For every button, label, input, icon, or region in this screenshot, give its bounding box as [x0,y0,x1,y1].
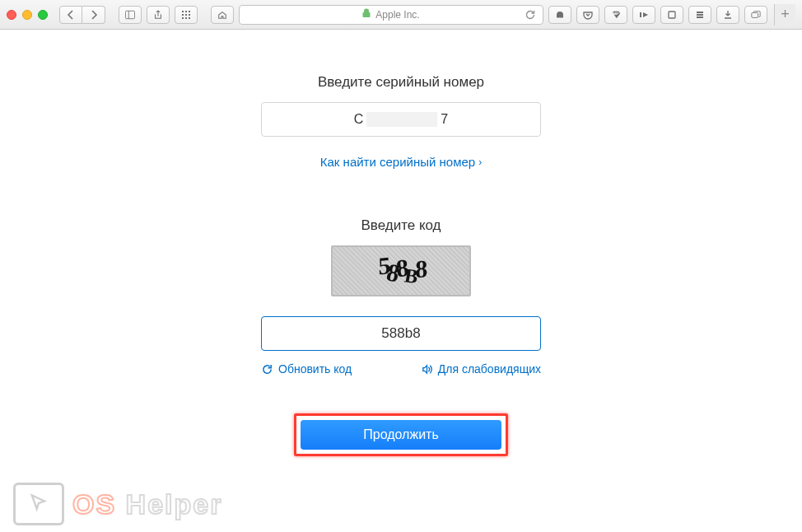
svg-rect-9 [185,17,187,19]
watermark-cursor-icon [13,483,64,525]
window-maximize-button[interactable] [38,10,48,20]
top-sites-button[interactable] [175,6,198,24]
share-icon [153,10,163,20]
svg-rect-2 [182,11,184,12]
pocket-icon [583,10,593,20]
share-button[interactable] [147,6,170,24]
chevron-left-icon [66,10,76,20]
refresh-icon [261,363,273,376]
ext-generic1-button[interactable] [660,6,683,24]
svg-text:ABP: ABP [613,12,619,16]
audio-icon [421,363,433,376]
sidebar-icon [125,10,135,20]
svg-rect-4 [189,11,190,12]
address-bar[interactable]: Apple Inc. [239,5,543,25]
svg-rect-10 [189,17,190,19]
svg-rect-8 [182,17,184,19]
window-minimize-button[interactable] [22,10,32,20]
home-button[interactable] [211,6,234,24]
find-serial-link[interactable]: Как найти серийный номер › [320,155,482,169]
lock-icon [362,8,371,21]
svg-rect-6 [185,14,187,16]
ext-play-button[interactable] [632,6,655,24]
serial-label: Введите серийный номер [179,74,623,91]
square-icon [667,10,677,20]
captcha-refresh-link[interactable]: Обновить код [261,362,352,376]
captcha-input[interactable] [261,316,541,351]
continue-highlight: Продолжить [294,413,508,456]
tabs-icon [751,10,761,20]
ghost-icon [555,10,565,20]
ext-ghostery-button[interactable] [548,6,571,24]
new-tab-button[interactable]: + [774,4,795,26]
svg-rect-7 [189,14,190,16]
chevron-right-icon: › [478,156,482,168]
grid-icon [181,10,191,20]
show-tabs-button[interactable] [744,6,767,24]
ext-pocket-button[interactable] [576,6,599,24]
reload-button[interactable] [525,9,536,23]
watermark-text-os: OS [72,488,116,520]
find-serial-link-label: Как найти серийный номер [320,155,475,169]
captcha-accessibility-link[interactable]: Для слабовидящих [421,362,541,376]
nav-forward-button[interactable] [82,6,105,24]
watermark: OS Helper [13,483,222,525]
svg-rect-3 [185,11,187,12]
svg-rect-5 [182,14,184,16]
serial-input[interactable] [261,102,541,137]
svg-rect-13 [669,12,675,18]
captcha-refresh-label: Обновить код [278,362,352,376]
page-content: Введите серийный номер C 7 Как найти сер… [0,30,802,532]
window-controls [7,10,48,20]
svg-rect-12 [640,12,641,17]
captcha-image: 588B8 [331,245,471,296]
stack-icon [695,10,705,20]
ext-abp-button[interactable]: ABP [604,6,627,24]
continue-button[interactable]: Продолжить [301,420,501,450]
abp-icon: ABP [611,10,621,20]
downloads-button[interactable] [716,6,739,24]
browser-toolbar: Apple Inc. ABP + [0,0,802,30]
window-close-button[interactable] [7,10,16,20]
download-icon [723,10,733,20]
ext-todoist-button[interactable] [688,6,711,24]
address-label: Apple Inc. [375,9,419,21]
captcha-accessibility-label: Для слабовидящих [438,362,541,376]
chevron-right-icon [89,10,99,20]
watermark-text-helper: Helper [116,488,222,520]
home-icon [217,10,227,20]
nav-back-button[interactable] [59,6,82,24]
reload-icon [525,9,536,21]
svg-rect-14 [752,12,758,17]
sidebar-toggle-button[interactable] [119,6,142,24]
captcha-label: Введите код [179,217,623,234]
svg-rect-0 [125,11,134,18]
play-icon [639,10,649,20]
